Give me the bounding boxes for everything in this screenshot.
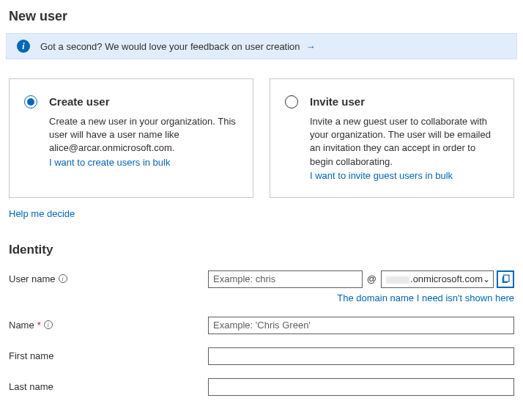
domain-prefix-mask [386,276,409,284]
create-user-radio[interactable] [24,95,37,108]
invite-user-radio[interactable] [285,95,298,108]
username-row: User name i @ .onmicrosoft.com ⌄ The dom… [6,270,517,303]
create-bulk-link[interactable]: I want to create users in bulk [49,157,170,168]
create-user-card[interactable]: Create user Create a new user in your or… [9,78,253,198]
domain-text: .onmicrosoft.com [386,273,483,284]
name-input[interactable] [208,317,514,334]
name-label: Name [9,320,34,331]
info-icon: i [17,40,30,53]
feedback-arrow-icon[interactable]: → [306,41,316,52]
firstname-row: First name [6,347,517,365]
invite-user-card[interactable]: Invite user Invite a new guest user to c… [270,78,514,198]
create-user-title: Create user [49,95,240,108]
username-input[interactable] [208,270,363,288]
copy-button[interactable] [497,270,514,288]
user-type-cards: Create user Create a new user in your or… [6,78,517,198]
invite-user-title: Invite user [310,95,500,108]
required-asterisk: * [37,320,41,331]
at-symbol: @ [366,273,378,284]
chevron-down-icon: ⌄ [483,274,490,284]
lastname-label: Last name [9,381,53,392]
name-row: Name * i [6,317,517,334]
username-label: User name [9,273,56,284]
create-user-desc: Create a new user in your organization. … [49,115,240,155]
firstname-label: First name [9,350,53,361]
lastname-row: Last name [6,378,517,396]
domain-help-link[interactable]: The domain name I need isn't shown here [337,292,514,303]
svg-rect-0 [503,275,508,281]
invite-bulk-link[interactable]: I want to invite guest users in bulk [310,170,453,181]
help-me-decide-link[interactable]: Help me decide [6,208,517,219]
lastname-input[interactable] [208,378,514,396]
feedback-text: Got a second? We would love your feedbac… [40,41,300,52]
page-title: New user [9,9,517,24]
copy-icon [501,274,511,284]
firstname-input[interactable] [208,347,514,365]
identity-heading: Identity [9,243,517,257]
domain-select[interactable]: .onmicrosoft.com ⌄ [381,270,494,288]
feedback-banner[interactable]: i Got a second? We would love your feedb… [6,33,517,59]
name-info-icon[interactable]: i [44,320,53,329]
invite-user-desc: Invite a new guest user to collaborate w… [310,115,500,169]
username-info-icon[interactable]: i [59,274,67,283]
